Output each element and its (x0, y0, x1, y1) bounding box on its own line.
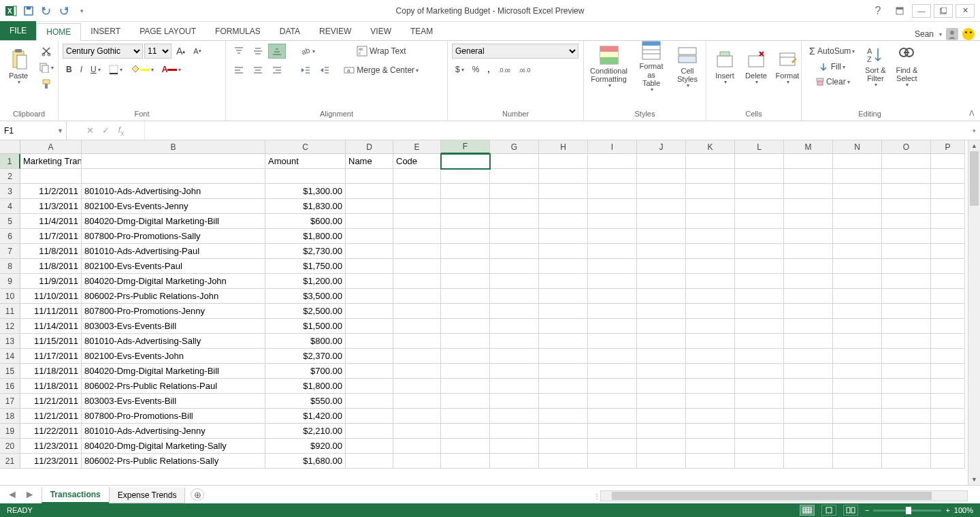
cell-D12[interactable] (346, 319, 393, 334)
cell-G13[interactable] (490, 334, 539, 349)
tab-home[interactable]: HOME (36, 23, 81, 41)
maximize-button[interactable] (934, 4, 953, 18)
font-name-select[interactable]: Century Gothic (63, 44, 143, 59)
cell-D11[interactable] (346, 304, 393, 319)
cell-K1[interactable] (686, 154, 735, 169)
hscroll-thumb[interactable] (612, 492, 932, 500)
vscroll-thumb[interactable] (970, 151, 979, 206)
cell-F20[interactable] (441, 439, 490, 454)
cell-K10[interactable] (686, 289, 735, 304)
cell-E18[interactable] (393, 409, 441, 424)
conditional-formatting-button[interactable]: ConditionalFormatting▾ (588, 44, 630, 90)
cell-N9[interactable] (833, 274, 882, 289)
cell-A14[interactable]: 11/17/2011 (20, 349, 82, 364)
cell-E14[interactable] (393, 349, 441, 364)
tab-splitter[interactable]: ⋮ (593, 492, 600, 500)
cell-H14[interactable] (539, 349, 588, 364)
column-header-H[interactable]: H (539, 140, 588, 154)
cell-K13[interactable] (686, 334, 735, 349)
zoom-slider[interactable] (873, 510, 941, 512)
cell-A10[interactable]: 11/10/2011 (20, 289, 82, 304)
cell-I16[interactable] (588, 379, 637, 394)
cell-A9[interactable]: 11/9/2011 (20, 274, 82, 289)
cell-B2[interactable] (82, 169, 265, 184)
paste-button[interactable]: Paste▾ (4, 44, 33, 90)
row-header-19[interactable]: 19 (0, 424, 20, 439)
tab-data[interactable]: DATA (270, 22, 310, 40)
cell-I3[interactable] (588, 184, 637, 199)
copy-button[interactable]: ▾ (35, 60, 57, 75)
cell-L4[interactable] (735, 199, 784, 214)
cell-G15[interactable] (490, 364, 539, 379)
account-dropdown-icon[interactable]: ▾ (939, 31, 942, 37)
row-header-16[interactable]: 16 (0, 379, 20, 394)
cell-M5[interactable] (784, 214, 833, 229)
cell-H4[interactable] (539, 199, 588, 214)
row-header-5[interactable]: 5 (0, 214, 20, 229)
cell-styles-button[interactable]: CellStyles▾ (673, 44, 702, 90)
increase-font-button[interactable]: A▴ (173, 44, 189, 59)
cell-P7[interactable] (931, 244, 965, 259)
cell-D5[interactable] (346, 214, 393, 229)
cell-I15[interactable] (588, 364, 637, 379)
cell-H6[interactable] (539, 229, 588, 244)
cell-L20[interactable] (735, 439, 784, 454)
cell-L8[interactable] (735, 259, 784, 274)
cell-L14[interactable] (735, 349, 784, 364)
cell-J13[interactable] (637, 334, 686, 349)
cell-I20[interactable] (588, 439, 637, 454)
cell-P9[interactable] (931, 274, 965, 289)
cell-O15[interactable] (882, 364, 931, 379)
cell-G5[interactable] (490, 214, 539, 229)
row-header-1[interactable]: 1 (0, 154, 20, 169)
cell-I18[interactable] (588, 409, 637, 424)
cell-L10[interactable] (735, 289, 784, 304)
minimize-button[interactable]: — (912, 4, 931, 18)
cell-P6[interactable] (931, 229, 965, 244)
cell-O17[interactable] (882, 394, 931, 409)
cell-P18[interactable] (931, 409, 965, 424)
cell-E20[interactable] (393, 439, 441, 454)
cell-K17[interactable] (686, 394, 735, 409)
cell-E10[interactable] (393, 289, 441, 304)
cell-F5[interactable] (441, 214, 490, 229)
cell-O13[interactable] (882, 334, 931, 349)
cell-L2[interactable] (735, 169, 784, 184)
cell-N21[interactable] (833, 454, 882, 469)
cell-E6[interactable] (393, 229, 441, 244)
cell-B9[interactable]: 804020-Dmg-Digital Marketing-John (82, 274, 265, 289)
cell-M12[interactable] (784, 319, 833, 334)
find-select-button[interactable]: Find &Select▾ (892, 44, 921, 90)
accounting-format-button[interactable]: $▾ (452, 63, 468, 76)
column-header-G[interactable]: G (490, 140, 539, 154)
row-header-20[interactable]: 20 (0, 439, 20, 454)
cell-D3[interactable] (346, 184, 393, 199)
cell-I4[interactable] (588, 199, 637, 214)
cell-H10[interactable] (539, 289, 588, 304)
cell-F15[interactable] (441, 364, 490, 379)
cell-K4[interactable] (686, 199, 735, 214)
cell-G7[interactable] (490, 244, 539, 259)
cell-B17[interactable]: 803003-Evs-Events-Bill (82, 394, 265, 409)
cell-B19[interactable]: 801010-Ads-Advertising-Jenny (82, 424, 265, 439)
close-button[interactable]: ✕ (956, 4, 975, 18)
cell-I6[interactable] (588, 229, 637, 244)
cell-D4[interactable] (346, 199, 393, 214)
zoom-out-button[interactable]: − (865, 506, 869, 514)
cell-D10[interactable] (346, 289, 393, 304)
font-size-select[interactable]: 11 (144, 44, 172, 59)
cell-I9[interactable] (588, 274, 637, 289)
align-bottom-button[interactable] (268, 44, 286, 59)
cell-I7[interactable] (588, 244, 637, 259)
row-header-9[interactable]: 9 (0, 274, 20, 289)
cell-K15[interactable] (686, 364, 735, 379)
cell-P19[interactable] (931, 424, 965, 439)
row-header-4[interactable]: 4 (0, 199, 20, 214)
cell-K14[interactable] (686, 349, 735, 364)
cell-J8[interactable] (637, 259, 686, 274)
column-header-F[interactable]: F (441, 140, 490, 154)
cell-G18[interactable] (490, 409, 539, 424)
cell-E7[interactable] (393, 244, 441, 259)
cell-B5[interactable]: 804020-Dmg-Digital Marketing-Bill (82, 214, 265, 229)
cell-M6[interactable] (784, 229, 833, 244)
